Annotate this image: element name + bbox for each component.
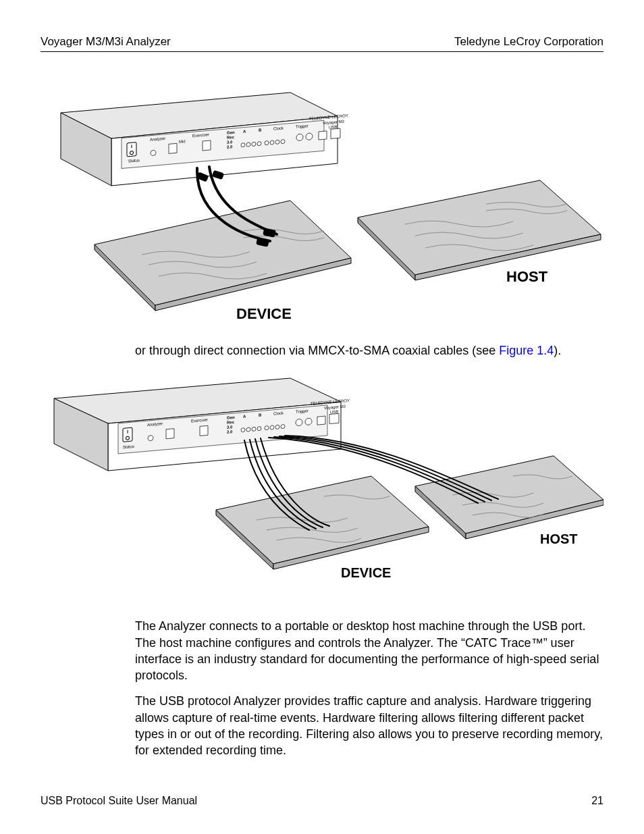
svg-rect-77 (166, 429, 174, 439)
svg-text:2.0: 2.0 (227, 429, 233, 434)
figure-2: TELEDYNE LECROY Voyager M3 USB Analyzer … (41, 368, 603, 584)
svg-text:Gen: Gen (227, 130, 235, 135)
svg-rect-30 (331, 128, 340, 138)
svg-point-71 (275, 425, 279, 429)
caption1-post: ). (554, 344, 561, 357)
footer-page-number: 21 (591, 795, 603, 807)
header-right: Teledyne LeCroy Corporation (454, 35, 603, 49)
svg-point-20 (246, 142, 250, 147)
figure2-device-label: DEVICE (341, 565, 391, 580)
svg-text:Rec: Rec (227, 420, 235, 425)
svg-point-22 (257, 141, 261, 146)
header-left: Voyager M3/M3i Analyzer (41, 35, 171, 49)
page-header: Voyager M3/M3i Analyzer Teledyne LeCroy … (41, 35, 603, 52)
svg-text:Rec: Rec (227, 135, 235, 140)
svg-rect-32 (203, 140, 211, 151)
figure2-host-label: HOST (540, 531, 578, 546)
svg-marker-83 (415, 456, 603, 533)
svg-point-26 (281, 139, 285, 144)
svg-point-24 (270, 140, 274, 145)
svg-rect-78 (200, 426, 208, 436)
svg-point-70 (270, 425, 274, 430)
svg-point-66 (246, 427, 250, 432)
caption1-pre: or through direct connection via MMCX-to… (135, 344, 499, 357)
svg-point-67 (252, 427, 256, 432)
svg-point-21 (252, 142, 256, 147)
paragraph-2: The USB protocol Analyzer provides traff… (135, 693, 603, 758)
svg-text:B: B (259, 128, 262, 132)
figure-1-4-xref[interactable]: Figure 1.4 (499, 344, 554, 357)
page-footer: USB Protocol Suite User Manual 21 (41, 795, 603, 807)
svg-text:2.0: 2.0 (227, 145, 233, 149)
svg-point-25 (275, 140, 279, 145)
svg-point-69 (265, 426, 269, 431)
svg-point-19 (241, 142, 245, 147)
figure-1: TELEDYNE LECROY Voyager M3 USB Analyzer … (41, 79, 603, 322)
svg-text:B: B (259, 413, 262, 417)
svg-rect-31 (169, 143, 177, 153)
footer-left: USB Protocol Suite User Manual (41, 795, 197, 807)
svg-point-23 (265, 140, 269, 145)
svg-point-79 (148, 436, 153, 442)
svg-point-33 (151, 150, 156, 156)
svg-rect-75 (317, 416, 325, 425)
svg-text:A: A (243, 129, 246, 133)
svg-text:3.0: 3.0 (227, 140, 233, 145)
svg-rect-29 (319, 131, 327, 140)
svg-point-68 (257, 427, 261, 432)
svg-text:Gen: Gen (227, 415, 235, 420)
svg-text:Mid: Mid (179, 139, 186, 144)
svg-text:3.0: 3.0 (227, 425, 233, 429)
svg-point-65 (241, 428, 245, 433)
svg-rect-76 (329, 414, 339, 424)
svg-text:A: A (243, 415, 246, 419)
figure1-device-label: DEVICE (236, 305, 292, 322)
figure1-caption: or through direct connection via MMCX-to… (135, 342, 603, 359)
svg-marker-80 (216, 476, 429, 564)
paragraph-1: The Analyzer connects to a portable or d… (135, 618, 603, 683)
svg-point-72 (281, 425, 285, 429)
figure1-host-label: HOST (506, 268, 548, 285)
